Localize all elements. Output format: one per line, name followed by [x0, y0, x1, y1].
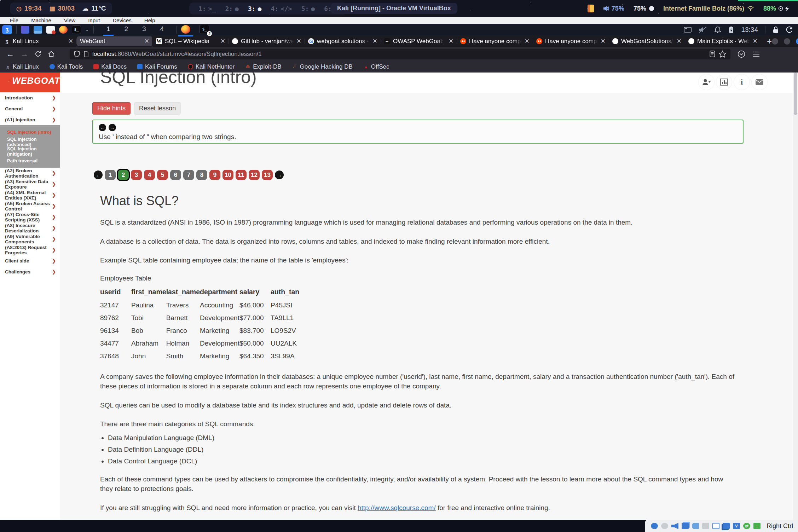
browser-tab-8[interactable]: Have anyone complete✕: [533, 36, 608, 46]
sidebar-item--a8-insecure-deserialization[interactable]: (A8) Insecure Deserialization❯: [0, 222, 60, 233]
vbox-menu-machine[interactable]: Machine: [31, 17, 51, 23]
page-scrollbar[interactable]: [793, 73, 798, 520]
browser-tab-4[interactable]: GitHub - vernjan/webgo✕: [229, 36, 304, 46]
forward-icon[interactable]: →: [21, 50, 28, 59]
vbox-harddisk-icon[interactable]: [651, 523, 658, 529]
sidebar-subitem-path-traversal[interactable]: Path traversal: [0, 156, 60, 166]
webgoat-brand-header[interactable]: WEBGOAT: [0, 73, 60, 92]
lesson-page-3[interactable]: 3: [131, 170, 142, 180]
browser-tab-5[interactable]: Gwebgoat solutions - Go✕: [305, 36, 380, 46]
tab-close-icon[interactable]: ✕: [525, 38, 530, 44]
lock-screen-icon[interactable]: [773, 26, 779, 33]
bookmark-star-icon[interactable]: [719, 51, 726, 58]
host-workspace-4[interactable]: 4:</>: [271, 5, 292, 12]
host-workspace-2[interactable]: 2:●: [225, 5, 239, 12]
vbox-audio-icon[interactable]: [671, 523, 678, 529]
minimize-button[interactable]: [772, 38, 778, 45]
vbox-usb-icon[interactable]: [692, 523, 699, 529]
lesson-page-11[interactable]: 11: [236, 170, 247, 180]
kali-clock[interactable]: 13:34: [741, 26, 758, 34]
vbox-menu-input[interactable]: Input: [88, 17, 100, 23]
vbox-seamless-icon[interactable]: [723, 523, 730, 529]
tab-close-icon[interactable]: ✕: [68, 38, 73, 44]
lesson-page-2[interactable]: 2: [118, 170, 129, 180]
sidebar-subitem-sql-injection-mitigation-[interactable]: SQL Injection (mitigation): [0, 146, 60, 156]
new-tab-button[interactable]: +: [767, 36, 772, 46]
kali-menu-button[interactable]: ʒ: [2, 25, 12, 34]
lesson-page-4[interactable]: 4: [144, 170, 155, 180]
vbox-dragdrop-icon[interactable]: ↓: [753, 523, 761, 529]
next-hint-icon[interactable]: →: [109, 124, 116, 131]
lesson-page-10[interactable]: 10: [222, 170, 233, 180]
vbox-menu-view[interactable]: View: [64, 17, 75, 23]
vbox-features-icon[interactable]: V: [733, 523, 740, 529]
tab-close-icon[interactable]: ✕: [372, 38, 377, 44]
kali-workspace-4[interactable]: 4: [157, 25, 167, 34]
kali-workspace-switcher[interactable]: 1234: [104, 25, 167, 34]
bookmark-kali-linux[interactable]: ʒKali Linux: [5, 63, 39, 70]
bookmark-exploit-db[interactable]: ⁂Exploit-DB: [245, 63, 281, 70]
lesson-page-5[interactable]: 5: [157, 170, 168, 180]
host-workspace-1[interactable]: 1:>_: [198, 5, 216, 12]
host-workspace-3[interactable]: 3:●: [248, 5, 262, 12]
theme-icon[interactable]: [588, 5, 594, 12]
tab-close-icon[interactable]: ✕: [601, 38, 606, 44]
address-text[interactable]: localhost:8080/WebGoat/start.mvc#lesson/…: [92, 51, 706, 58]
sidebar-subitem-sql-injection-advanced-[interactable]: SQL Injection (advanced): [0, 137, 60, 146]
url-bar[interactable]: localhost:8080/WebGoat/start.mvc#lesson/…: [70, 49, 730, 59]
notification-bell-icon[interactable]: [714, 26, 721, 33]
reset-lesson-button[interactable]: Reset lesson: [134, 102, 181, 115]
tab-close-icon[interactable]: ✕: [753, 38, 758, 44]
host-workspace-5[interactable]: 5:●: [301, 5, 315, 12]
sidebar-item--a1-injection[interactable]: (A1) Injection❯: [0, 114, 60, 125]
lesson-page-8[interactable]: 8: [196, 170, 207, 180]
browser-tab-1[interactable]: ʒKali Linux✕: [1, 36, 76, 46]
previous-page-icon[interactable]: ←: [94, 170, 103, 179]
sidebar-item--a7-cross-site-scripting-xss-[interactable]: (A7) Cross-Site Scripting (XSS)❯: [0, 212, 60, 222]
vbox-display-icon[interactable]: [712, 523, 719, 529]
sidebar-item--a4-xml-external-entities-xxe-[interactable]: (A4) XML External Entities (XXE)❯: [0, 190, 60, 201]
pocket-icon[interactable]: [738, 50, 745, 58]
vbox-menu-devices[interactable]: Devices: [113, 17, 132, 23]
tab-close-icon[interactable]: ✕: [144, 38, 149, 44]
battery-tray-icon[interactable]: [728, 26, 734, 33]
sidebar-item-client-side[interactable]: Client side❯: [0, 255, 60, 266]
kali-workspace-1[interactable]: 1: [104, 25, 113, 34]
bookmark-kali-forums[interactable]: Kali Forums: [137, 63, 177, 70]
back-icon[interactable]: ←: [6, 50, 14, 59]
browser-tab-2[interactable]: WebGoat✕: [77, 36, 152, 46]
maximize-button[interactable]: [784, 38, 790, 45]
tab-close-icon[interactable]: ✕: [220, 38, 225, 44]
sidebar-item--a5-broken-access-control[interactable]: (A5) Broken Access Control❯: [0, 201, 60, 212]
sidebar-item-general[interactable]: General❯: [0, 103, 60, 114]
lesson-page-1[interactable]: 1: [105, 170, 116, 180]
bookmark-kali-tools[interactable]: Kali Tools: [50, 63, 83, 70]
sidebar-subitem-sql-injection-intro-[interactable]: SQL Injection (intro): [0, 127, 60, 137]
sqlcourse-link[interactable]: http://www.sqlcourse.com/: [358, 504, 436, 511]
sidebar-item-introduction[interactable]: Introduction❯: [0, 92, 60, 103]
browser-tab-3[interactable]: WSQL – Wikipedia✕: [153, 36, 228, 46]
sidebar-item-challenges[interactable]: Challenges❯: [0, 266, 60, 277]
vbox-menu-file[interactable]: File: [10, 17, 18, 23]
shield-icon[interactable]: [74, 51, 80, 57]
previous-hint-icon[interactable]: ←: [99, 124, 106, 131]
vbox-menu-help[interactable]: Help: [144, 17, 155, 23]
taskbar-firefox-window[interactable]: [181, 25, 190, 34]
vbox-clipboard-icon[interactable]: ⇄: [743, 523, 750, 529]
contact-button[interactable]: [751, 74, 768, 90]
launcher-editor-icon[interactable]: [46, 26, 55, 34]
browser-tab-7[interactable]: Have anyone complete✕: [457, 36, 532, 46]
launcher-firefox-icon[interactable]: [59, 26, 68, 34]
host-workspace-switcher[interactable]: 1:>_2:●3:●4:</>5:●6:●: [189, 2, 347, 15]
launcher-expand-icon[interactable]: ⌄: [85, 27, 89, 32]
bookmark-kali-nethunter[interactable]: Kali NetHunter: [188, 63, 235, 70]
browser-tab-10[interactable]: Main Exploits · WebGoa✕: [686, 36, 761, 46]
scoreboard-button[interactable]: [716, 74, 732, 90]
home-icon[interactable]: [48, 51, 55, 57]
lesson-page-6[interactable]: 6: [170, 170, 181, 180]
sidebar-item--a2-broken-authentication[interactable]: (A2) Broken Authentication❯: [0, 168, 60, 179]
reader-mode-icon[interactable]: [710, 51, 715, 57]
bookmark-google-hacking-db[interactable]: ☄Google Hacking DB: [292, 63, 353, 70]
close-window-button[interactable]: ✕: [796, 38, 798, 45]
bookmark-kali-docs[interactable]: Kali Docs: [93, 63, 127, 70]
